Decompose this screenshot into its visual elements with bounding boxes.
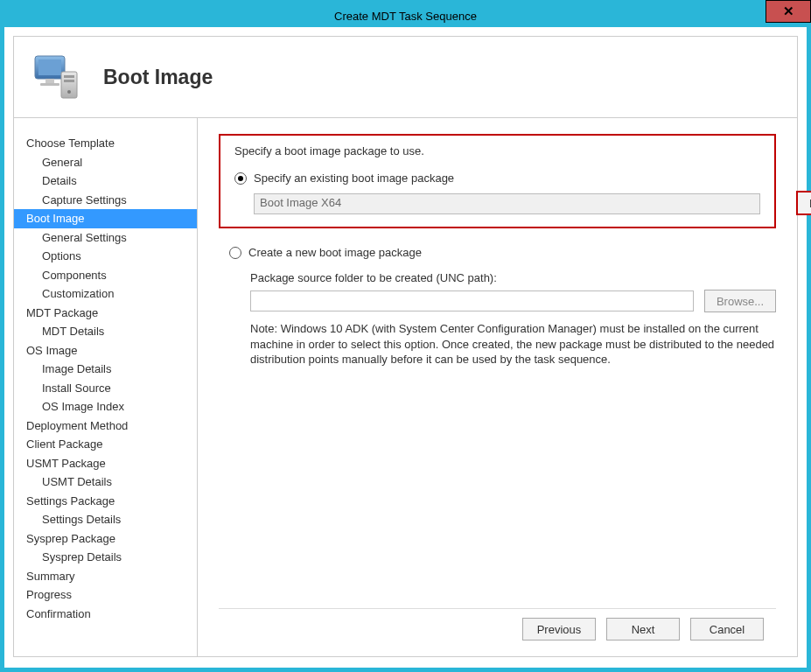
content-row: Choose TemplateGeneralDetailsCapture Set… — [14, 118, 797, 656]
close-icon: ✕ — [783, 4, 794, 19]
radio-create[interactable] — [229, 247, 241, 259]
nav-item[interactable]: USMT Details — [14, 472, 197, 492]
radio-existing-label: Specify an existing boot image package — [254, 172, 454, 185]
nav-item[interactable]: OS Image — [14, 341, 197, 360]
radio-create-row[interactable]: Create a new boot image package — [229, 246, 776, 259]
nav-item[interactable]: Options — [14, 247, 197, 266]
nav-item[interactable]: Client Package — [14, 435, 197, 454]
radio-existing-row[interactable]: Specify an existing boot image package — [234, 172, 760, 185]
svg-rect-2 — [45, 79, 54, 83]
titlebar: Create MDT Task Sequence ✕ — [4, 4, 807, 27]
nav-item[interactable]: Components — [14, 266, 197, 285]
wizard-window: Create MDT Task Sequence ✕ — [0, 0, 811, 672]
nav-item[interactable]: Sysprep Details — [14, 548, 197, 567]
nav-item[interactable]: USMT Package — [14, 454, 197, 473]
wizard-footer: Previous Next Cancel — [219, 608, 776, 644]
nav-item[interactable]: Install Source — [14, 379, 197, 398]
nav-item[interactable]: OS Image Index — [14, 397, 197, 416]
window-title: Create MDT Task Sequence — [334, 10, 477, 23]
nav-item[interactable]: Sysprep Package — [14, 529, 197, 549]
svg-rect-3 — [40, 83, 59, 86]
nav-item[interactable]: Progress — [14, 585, 197, 605]
existing-input-row: Boot Image X64 Browse... — [254, 193, 760, 214]
nav-item[interactable]: Settings Package — [14, 492, 197, 511]
nav-item[interactable]: MDT Package — [14, 304, 197, 323]
nav-item[interactable]: Settings Details — [14, 510, 197, 529]
nav-item[interactable]: Choose Template — [14, 134, 197, 153]
radio-create-label: Create a new boot image package — [248, 246, 422, 259]
adk-note: Note: Windows 10 ADK (with System Center… — [250, 321, 776, 368]
nav-item[interactable]: Boot Image — [14, 209, 197, 228]
svg-rect-5 — [64, 75, 74, 78]
nav-item[interactable]: MDT Details — [14, 322, 197, 341]
svg-point-7 — [67, 90, 71, 94]
nav-item[interactable]: Details — [14, 172, 197, 191]
nav-item[interactable]: Capture Settings — [14, 191, 197, 210]
main-panel: Specify a boot image package to use. Spe… — [198, 118, 797, 656]
nav-item[interactable]: Customization — [14, 284, 197, 304]
wizard-inner: Boot Image Choose TemplateGeneralDetails… — [13, 36, 798, 657]
previous-button[interactable]: Previous — [522, 618, 596, 640]
existing-boot-image-group: Specify a boot image package to use. Spe… — [219, 134, 776, 228]
nav-item[interactable]: General Settings — [14, 228, 197, 248]
computer-icon — [31, 52, 82, 102]
create-boot-image-group: Create a new boot image package Package … — [229, 246, 776, 368]
wizard-header: Boot Image — [14, 37, 797, 118]
main-content: Specify a boot image package to use. Spe… — [219, 134, 776, 608]
unc-path-input[interactable] — [250, 290, 694, 312]
nav-item[interactable]: Confirmation — [14, 605, 197, 624]
nav-item[interactable]: Image Details — [14, 360, 197, 379]
unc-path-label: Package source folder to be created (UNC… — [250, 271, 776, 284]
svg-rect-6 — [64, 80, 74, 82]
wizard-sidebar: Choose TemplateGeneralDetailsCapture Set… — [14, 118, 198, 656]
create-input-row: Browse... — [250, 290, 776, 312]
cancel-button[interactable]: Cancel — [690, 618, 764, 640]
close-button[interactable]: ✕ — [766, 0, 811, 23]
svg-rect-1 — [38, 60, 61, 75]
browse-existing-button[interactable]: Browse... — [797, 192, 811, 214]
page-title: Boot Image — [103, 66, 213, 89]
existing-package-input[interactable]: Boot Image X64 — [254, 193, 760, 214]
radio-existing[interactable] — [234, 172, 247, 185]
window-body: Boot Image Choose TemplateGeneralDetails… — [4, 27, 807, 668]
nav-item[interactable]: Deployment Method — [14, 416, 197, 436]
instruction-text: Specify a boot image package to use. — [234, 144, 760, 158]
nav-item[interactable]: General — [14, 153, 197, 172]
nav-item[interactable]: Summary — [14, 567, 197, 586]
next-button[interactable]: Next — [606, 618, 680, 640]
browse-create-button[interactable]: Browse... — [704, 290, 776, 312]
